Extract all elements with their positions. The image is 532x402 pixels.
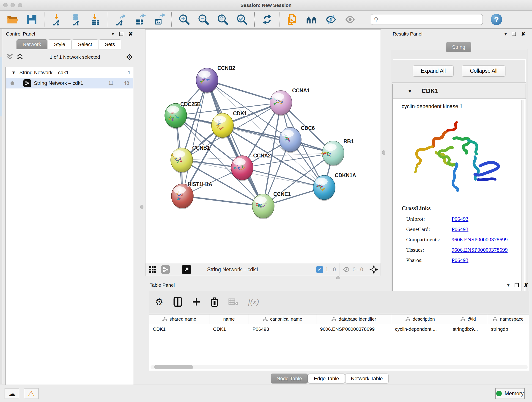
network-edge[interactable] xyxy=(182,196,263,206)
new-network-from-selection-icon[interactable] xyxy=(286,13,299,26)
column-header--id[interactable]: @id xyxy=(449,314,487,324)
tab-sets[interactable]: Sets xyxy=(99,39,121,49)
crosslink-link[interactable]: 9606.ENSP00000378699 xyxy=(452,236,508,243)
import-network-file-icon[interactable] xyxy=(51,13,63,26)
network-row[interactable]: String Network – cdk1 11 48 xyxy=(6,78,133,89)
network-node-CCNB2[interactable] xyxy=(196,68,218,94)
network-node-CCNE1[interactable] xyxy=(252,194,274,219)
column-header-database-identifier[interactable]: database identifier xyxy=(317,314,391,324)
crosslink-link[interactable]: P06493 xyxy=(452,226,468,232)
network-edge[interactable] xyxy=(207,80,263,206)
network-node-CCNB1[interactable] xyxy=(171,148,193,173)
column-header-shared-name[interactable]: shared name xyxy=(149,314,209,324)
first-neighbors-icon[interactable] xyxy=(305,13,318,26)
panel-close-icon[interactable]: ✘ xyxy=(524,282,528,288)
table-row[interactable]: CDK1CDK1P064939606.ENSP00000378699cyclin… xyxy=(149,324,529,334)
create-column-icon[interactable] xyxy=(192,298,201,306)
table-cell[interactable]: P06493 xyxy=(249,324,317,334)
table-options-gear-icon[interactable]: ⚙ xyxy=(155,297,163,307)
network-edge[interactable] xyxy=(207,80,281,103)
export-network-icon[interactable] xyxy=(114,13,127,26)
import-network-database-icon[interactable] xyxy=(70,13,82,26)
results-scrollbar[interactable] xyxy=(521,100,524,295)
panel-float-icon[interactable]: ▾ xyxy=(112,31,114,37)
tab-select[interactable]: Select xyxy=(72,39,98,49)
export-image-icon[interactable] xyxy=(152,13,165,26)
table-cell[interactable]: 9606.ENSP00000378699 xyxy=(317,324,391,334)
column-header-namespace[interactable]: namespace xyxy=(487,314,529,324)
selected-checkbox-icon[interactable]: ✓ xyxy=(316,266,323,273)
network-edge[interactable] xyxy=(182,80,207,196)
panel-close-icon[interactable]: ✘ xyxy=(521,31,526,37)
horizontal-splitter-handle[interactable] xyxy=(336,276,340,279)
expand-all-button[interactable]: Expand All xyxy=(413,65,454,77)
tab-style[interactable]: Style xyxy=(48,39,71,49)
crosslink-label: GeneCard: xyxy=(402,226,452,232)
table-cell[interactable]: CDK1 xyxy=(149,324,209,334)
network-canvas[interactable]: CCNB2CCNA1CDC25BCDK1CDC6RB1CCNB1CCNA2CDK… xyxy=(145,29,381,263)
zoom-selected-icon[interactable] xyxy=(235,13,248,26)
table-cell[interactable]: CDK1 xyxy=(209,324,249,334)
zoom-fit-icon[interactable] xyxy=(216,13,229,26)
expand-all-networks-icon[interactable] xyxy=(16,53,24,61)
collapse-all-networks-icon[interactable] xyxy=(6,53,14,61)
node-count: 11 xyxy=(108,80,114,86)
network-collection-row[interactable]: ▼ String Network – cdk1 1 xyxy=(6,67,133,78)
tab-edge-table[interactable]: Edge Table xyxy=(308,374,345,384)
column-header-canonical-name[interactable]: canonical name xyxy=(249,314,317,324)
export-table-icon[interactable] xyxy=(133,13,146,26)
zoom-in-icon[interactable] xyxy=(178,13,191,26)
vertical-splitter-handle[interactable] xyxy=(140,205,143,209)
hide-selected-icon[interactable] xyxy=(324,13,337,26)
pan-crosshair-icon[interactable] xyxy=(369,265,378,274)
warnings-button[interactable]: ⚠ xyxy=(24,388,38,399)
memory-button[interactable]: Memory xyxy=(495,388,525,399)
apply-layout-icon[interactable] xyxy=(261,13,273,26)
panel-close-icon[interactable]: ✘ xyxy=(128,31,133,37)
collapse-all-button[interactable]: Collapse All xyxy=(462,65,505,77)
search-input[interactable] xyxy=(380,17,480,22)
network-node-CCNA2[interactable] xyxy=(231,156,253,181)
birdseye-view-icon[interactable] xyxy=(182,265,191,274)
table-cell[interactable]: stringdb:9... xyxy=(449,324,487,334)
delete-column-icon[interactable] xyxy=(210,297,218,307)
column-header-description[interactable]: description xyxy=(391,314,449,324)
panel-maximize-icon[interactable] xyxy=(515,283,519,287)
crosslink-link[interactable]: 9606.ENSP00000378699 xyxy=(452,247,508,253)
help-icon[interactable]: ? xyxy=(491,14,502,25)
crosslink-link[interactable]: P06493 xyxy=(452,216,468,222)
tree-expand-icon[interactable]: ▼ xyxy=(12,70,16,75)
grid-view-icon[interactable] xyxy=(149,266,157,274)
panel-maximize-icon[interactable] xyxy=(512,32,516,36)
network-edge[interactable] xyxy=(222,125,333,153)
show-columns-icon[interactable] xyxy=(173,297,182,307)
show-all-icon[interactable] xyxy=(344,13,356,26)
network-node-CDC6[interactable] xyxy=(279,128,301,153)
crosslink-link[interactable]: P06493 xyxy=(452,257,468,263)
import-table-file-icon[interactable] xyxy=(89,13,102,26)
network-badge-icon[interactable] xyxy=(161,265,170,274)
save-session-icon[interactable] xyxy=(25,13,38,26)
gene-section-header[interactable]: ▼ CDK1 xyxy=(393,84,526,99)
table-cell[interactable]: cyclin-dependent ... xyxy=(391,324,449,334)
network-options-gear-icon[interactable]: ⚙ xyxy=(126,53,133,61)
zoom-out-icon[interactable] xyxy=(197,13,210,26)
open-session-icon[interactable] xyxy=(6,13,19,26)
panel-maximize-icon[interactable] xyxy=(119,32,123,36)
panel-float-icon[interactable]: ▾ xyxy=(505,31,507,37)
network-node-CDK1[interactable] xyxy=(211,113,234,139)
network-node-CDKN1A[interactable] xyxy=(313,175,335,201)
tab-string[interactable]: String xyxy=(446,42,471,52)
tab-network[interactable]: Network xyxy=(17,39,47,49)
vertical-splitter-handle[interactable] xyxy=(382,150,385,155)
network-node-HIST1H1A[interactable] xyxy=(171,184,193,209)
network-node-CCNA1[interactable] xyxy=(270,90,292,116)
tab-network-table[interactable]: Network Table xyxy=(345,374,389,384)
cloud-status-button[interactable]: ☁ xyxy=(5,388,19,399)
tab-node-table[interactable]: Node Table xyxy=(271,374,308,384)
panel-float-icon[interactable]: ▾ xyxy=(507,282,510,288)
table-horizontal-scrollbar[interactable] xyxy=(151,365,528,369)
table-cell[interactable]: stringdb xyxy=(487,324,529,334)
column-header-name[interactable]: name xyxy=(209,314,249,324)
section-collapse-icon[interactable]: ▼ xyxy=(407,88,412,94)
